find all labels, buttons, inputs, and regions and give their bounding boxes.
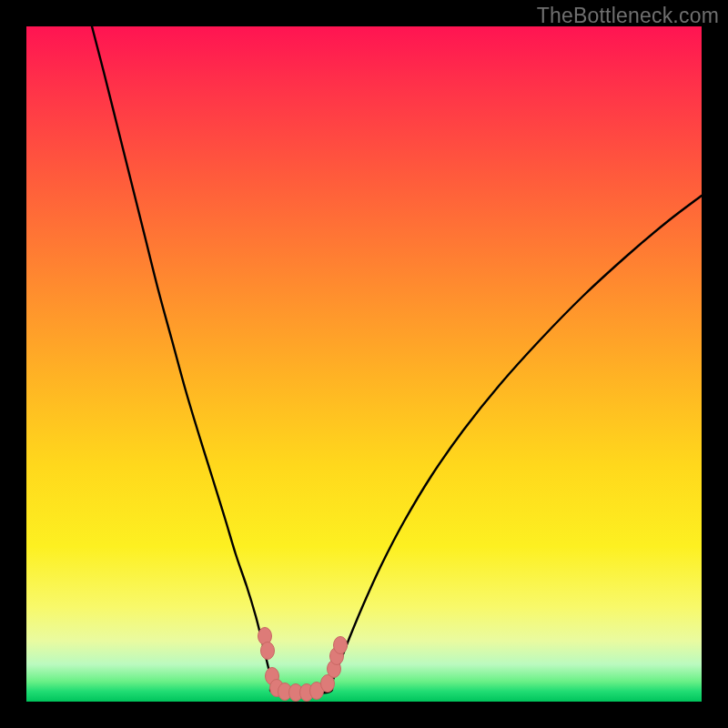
plot-area bbox=[26, 26, 702, 702]
bottleneck-marker bbox=[334, 637, 348, 654]
watermark-text: TheBottleneck.com bbox=[537, 4, 719, 28]
bottleneck-curve bbox=[92, 26, 702, 693]
curve-group bbox=[92, 26, 702, 693]
chart-frame: TheBottleneck.com bbox=[0, 0, 728, 728]
chart-svg bbox=[26, 26, 702, 702]
marker-group bbox=[258, 628, 348, 702]
bottleneck-marker bbox=[261, 642, 275, 660]
